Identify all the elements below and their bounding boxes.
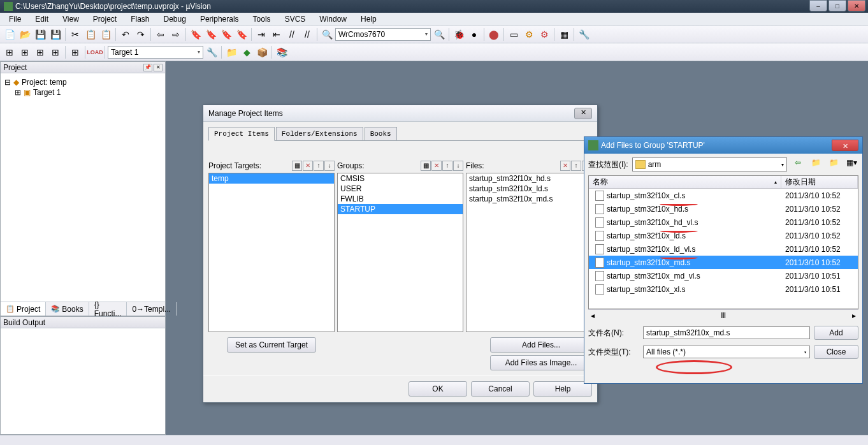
copy-icon[interactable]: 📋 [83, 27, 98, 41]
close-button[interactable]: ✕ [848, 0, 865, 11]
group-up-icon[interactable]: ↑ [442, 161, 452, 171]
menu-debug[interactable]: Debug [157, 13, 192, 25]
comment-icon[interactable]: // [285, 27, 299, 41]
col-name[interactable]: 名称▴ [589, 176, 781, 188]
rebuild-icon[interactable]: ⊞ [33, 45, 47, 59]
col-date[interactable]: 修改日期 [781, 176, 858, 188]
view-menu-icon[interactable]: ▦▾ [844, 157, 858, 171]
file-row[interactable]: startup_stm32f10x_md_vl.s2011/3/10 10:51 [589, 269, 858, 282]
indent-icon[interactable]: ⇥ [254, 27, 268, 41]
list-item[interactable]: CMSIS [338, 173, 463, 184]
undo-icon[interactable]: ↶ [119, 27, 133, 41]
redo-icon[interactable]: ↷ [134, 27, 148, 41]
wrench-icon[interactable]: 🔧 [577, 27, 591, 41]
targets-list[interactable]: temp [208, 173, 335, 332]
books-icon[interactable]: 📚 [275, 45, 289, 59]
find-next-icon[interactable]: 🔍 [432, 27, 446, 41]
manage-icon[interactable]: 📁 [224, 45, 238, 59]
menu-peripherals[interactable]: Peripherals [194, 13, 245, 25]
save-all-icon[interactable]: 💾 [48, 27, 62, 41]
debug-icon[interactable]: 🐞 [452, 27, 466, 41]
file-row[interactable]: startup_stm32f10x_cl.s2011/3/10 10:52 [589, 189, 858, 202]
tree-root[interactable]: ⊟ ◆ Project: temp [4, 77, 161, 87]
file-row[interactable]: startup_stm32f10x_md.s2011/3/10 10:52 [589, 256, 858, 269]
up-folder-icon[interactable]: 📁 [809, 157, 823, 171]
filetype-combo[interactable]: All files (*.*) [643, 346, 810, 358]
new-group-icon[interactable]: ▦ [421, 161, 431, 171]
bookmark-clear-icon[interactable]: 🔖 [235, 27, 249, 41]
delete-group-icon[interactable]: ✕ [431, 161, 442, 171]
tab-folders[interactable]: Folders/Extensions [276, 127, 363, 140]
stop-icon[interactable]: ⬤ [487, 27, 501, 41]
file-row[interactable]: startup_stm32f10x_ld_vl.s2011/3/10 10:52 [589, 242, 858, 256]
groups-list[interactable]: CMSIS USER FWLIB STARTUP [337, 173, 463, 332]
file-row[interactable]: startup_stm32f10x_hd.s2011/3/10 10:52 [589, 202, 858, 215]
ok-button[interactable]: OK [409, 381, 467, 397]
batch-build-icon[interactable]: ⊞ [48, 45, 62, 59]
new-folder-icon[interactable]: 📁 [827, 157, 841, 171]
group-down-icon[interactable]: ↓ [453, 161, 463, 171]
find-icon[interactable]: 🔍 [320, 27, 334, 41]
file-row[interactable]: startup_stm32f10x_xl.s2011/3/10 10:51 [589, 282, 858, 296]
list-item[interactable]: startup_stm32f10x_md.s [467, 194, 591, 204]
add-files-image-button[interactable]: Add Files as Image... [490, 355, 592, 370]
lookup-combo[interactable]: arm ▾ [632, 157, 787, 171]
menu-project[interactable]: Project [87, 13, 123, 25]
add-button[interactable]: Add [814, 326, 858, 340]
file-list[interactable]: 名称▴ 修改日期 startup_stm32f10x_cl.s2011/3/10… [588, 175, 858, 309]
tab-functions[interactable]: {} Functi... [89, 302, 127, 316]
delete-file-icon[interactable]: ✕ [560, 161, 570, 171]
manage-rte-icon[interactable]: ◆ [240, 45, 254, 59]
tree-target[interactable]: ⊞ ▣ Target 1 [15, 87, 161, 98]
config-icon[interactable]: ⚙ [522, 27, 536, 41]
paste-icon[interactable]: 📋 [99, 27, 113, 41]
mpi-close-icon[interactable]: ✕ [574, 108, 592, 119]
delete-target-icon[interactable]: ✕ [303, 161, 313, 171]
panel-close-icon[interactable]: ✕ [154, 64, 163, 71]
download-icon[interactable]: LOAD [88, 45, 102, 59]
expand-icon[interactable]: ⊞ [15, 88, 21, 97]
tab-books[interactable]: 📚 Books [46, 302, 89, 316]
menu-svcs[interactable]: SVCS [278, 13, 312, 25]
list-item[interactable]: startup_stm32f10x_ld.s [467, 184, 591, 194]
target-up-icon[interactable]: ↑ [314, 161, 324, 171]
save-icon[interactable]: 💾 [33, 27, 47, 41]
files-list[interactable]: startup_stm32f10x_hd.s startup_stm32f10x… [466, 173, 592, 332]
open-file-icon[interactable]: 📂 [18, 27, 32, 41]
file-row[interactable]: startup_stm32f10x_hd_vl.s2011/3/10 10:52 [589, 215, 858, 229]
target-down-icon[interactable]: ↓ [324, 161, 335, 171]
minimize-button[interactable]: – [809, 0, 827, 11]
bookmark-next-icon[interactable]: 🔖 [219, 27, 233, 41]
close-button[interactable]: Close [814, 345, 858, 359]
list-item[interactable]: USER [338, 184, 463, 194]
back-icon[interactable]: ⇦ [791, 157, 805, 171]
list-item[interactable]: STARTUP [338, 204, 463, 214]
menu-window[interactable]: Window [313, 13, 353, 25]
set-current-target-button[interactable]: Set as Current Target [227, 337, 316, 353]
uncomment-icon[interactable]: // [300, 27, 314, 41]
new-file-icon[interactable]: 📄 [3, 27, 17, 41]
build-icon[interactable]: ⊞ [18, 45, 32, 59]
file-row[interactable]: startup_stm32f10x_ld.s2011/3/10 10:52 [589, 229, 858, 242]
cut-icon[interactable]: ✂ [68, 27, 82, 41]
pin-icon[interactable]: 📌 [143, 64, 152, 71]
stop-build-icon[interactable]: ⊞ [68, 45, 82, 59]
new-target-icon[interactable]: ▦ [292, 161, 302, 171]
list-item[interactable]: temp [209, 173, 334, 184]
menu-help[interactable]: Help [354, 13, 383, 25]
list-item[interactable]: startup_stm32f10x_hd.s [467, 173, 591, 184]
layout-icon[interactable]: ▦ [557, 27, 571, 41]
menu-view[interactable]: View [56, 13, 85, 25]
bookmark-prev-icon[interactable]: 🔖 [204, 27, 218, 41]
tab-templates[interactable]: 0→Templ... [127, 302, 177, 316]
pack-installer-icon[interactable]: 📦 [255, 45, 269, 59]
af-titlebar[interactable]: Add Files to Group 'STARTUP' ✕ [584, 137, 862, 154]
options-icon[interactable]: ⚙ [537, 27, 551, 41]
menu-tools[interactable]: Tools [247, 13, 277, 25]
menu-flash[interactable]: Flash [124, 13, 156, 25]
tab-project[interactable]: 📋 Project [1, 302, 46, 316]
filename-input[interactable]: startup_stm32f10x_md.s [643, 326, 810, 339]
expand-icon[interactable]: ⊟ [4, 78, 11, 87]
maximize-button[interactable]: □ [828, 0, 846, 11]
file-scrollbar[interactable]: ◂Ⅲ▸ [588, 309, 858, 321]
